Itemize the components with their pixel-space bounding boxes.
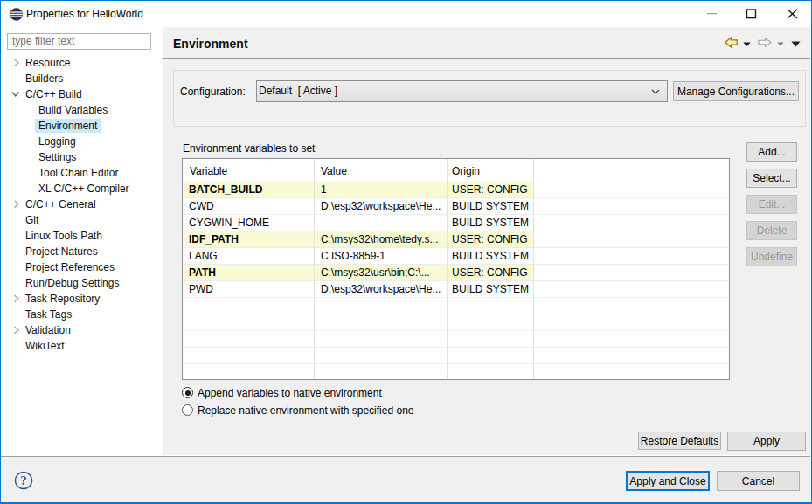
svg-text:?: ? (20, 473, 27, 487)
